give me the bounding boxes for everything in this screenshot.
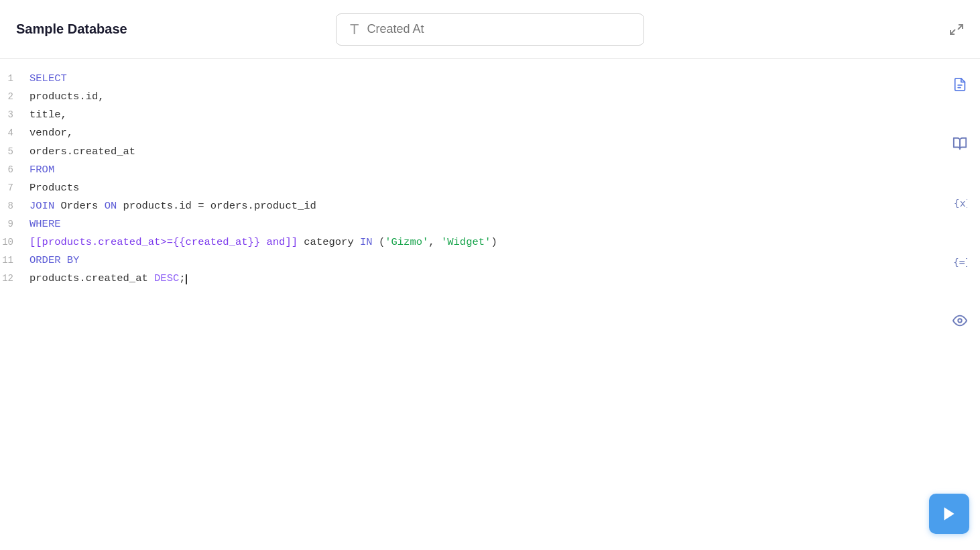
title-type-icon: T <box>350 21 359 38</box>
sidebar-icons: {x} {=} <box>940 59 980 550</box>
line-content: ORDER BY <box>29 252 79 270</box>
code-line: 10 [[products.created_at>={{created_at}}… <box>0 233 940 252</box>
line-content: vendor, <box>29 124 73 142</box>
line-content: products.id, <box>29 88 105 106</box>
line-content: FROM <box>29 161 54 179</box>
book-icon-button[interactable] <box>948 131 972 156</box>
code-line: 4 vendor, <box>0 124 940 142</box>
line-number: 10 <box>0 234 29 251</box>
code-line: 12 products.created_at DESC; <box>0 270 940 288</box>
code-line: 1SELECT <box>0 70 940 88</box>
main-area: 1SELECT2 products.id,3 title,4 vendor,5 … <box>0 59 980 550</box>
preview-icon-button[interactable] <box>948 309 972 333</box>
line-number: 12 <box>0 270 29 287</box>
title-input-wrapper[interactable]: T <box>336 13 644 46</box>
text-cursor <box>186 274 187 285</box>
line-number: 5 <box>0 144 29 160</box>
line-number: 8 <box>0 198 29 215</box>
line-number: 4 <box>0 125 29 142</box>
svg-text:{x}: {x} <box>954 197 967 209</box>
play-icon <box>940 505 958 522</box>
code-line: 6FROM <box>0 161 940 179</box>
line-content: products.created_at DESC; <box>29 270 187 288</box>
code-line: 3 title, <box>0 106 940 124</box>
line-content: title, <box>29 106 67 124</box>
line-number: 9 <box>0 216 29 233</box>
app-title: Sample Database <box>16 21 127 37</box>
svg-line-0 <box>958 25 963 30</box>
svg-marker-7 <box>944 507 954 520</box>
code-line: 8 JOIN Orders ON products.id = orders.pr… <box>0 197 940 215</box>
template-icon-button[interactable]: {=} <box>948 250 972 274</box>
run-query-button[interactable] <box>929 494 969 534</box>
line-number: 3 <box>0 107 29 123</box>
code-line: 2 products.id, <box>0 88 940 106</box>
svg-line-1 <box>951 30 955 34</box>
header: Sample Database T <box>0 0 980 59</box>
line-content: Products <box>29 179 79 197</box>
svg-point-6 <box>958 319 962 323</box>
collapse-button[interactable] <box>949 22 964 37</box>
variable-icon-button[interactable]: {x} <box>948 190 972 215</box>
line-content: orders.created_at <box>29 143 135 161</box>
line-number: 1 <box>0 70 29 87</box>
sql-editor[interactable]: 1SELECT2 products.id,3 title,4 vendor,5 … <box>0 59 940 550</box>
line-number: 7 <box>0 180 29 197</box>
code-line: 5 orders.created_at <box>0 143 940 161</box>
code-line: 9WHERE <box>0 215 940 233</box>
svg-text:{=}: {=} <box>953 256 967 268</box>
line-content: WHERE <box>29 215 61 233</box>
line-content: JOIN Orders ON products.id = orders.prod… <box>29 197 316 215</box>
line-number: 11 <box>0 252 29 269</box>
line-number: 2 <box>0 89 29 105</box>
document-icon-button[interactable] <box>948 72 972 97</box>
line-number: 6 <box>0 162 29 178</box>
code-line: 11ORDER BY <box>0 252 940 270</box>
line-content: [[products.created_at>={{created_at}} an… <box>29 233 497 252</box>
code-line: 7 Products <box>0 179 940 197</box>
line-content: SELECT <box>29 70 67 88</box>
query-title-input[interactable] <box>367 22 595 36</box>
